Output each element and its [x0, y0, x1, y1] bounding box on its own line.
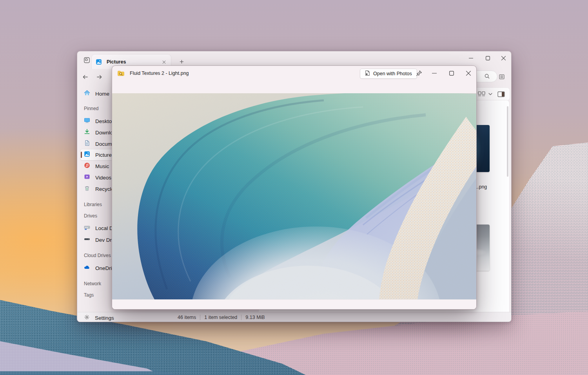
- peek-maximize-button[interactable]: [444, 67, 459, 79]
- preview-pane-toggle-button[interactable]: [496, 89, 506, 99]
- desktop: Pictures: [0, 0, 588, 375]
- selection-accent-pill: [81, 152, 82, 158]
- pin-icon: [416, 70, 422, 77]
- view-options-icon: [477, 91, 494, 98]
- sidebar-item-label: Home: [95, 91, 109, 97]
- search-icon: [484, 73, 490, 81]
- close-icon: [466, 71, 471, 76]
- status-divider: [241, 315, 241, 320]
- preview-pane-icon: [497, 91, 505, 98]
- recycle-bin-icon: [84, 185, 90, 193]
- maximize-icon: [486, 56, 490, 60]
- back-button[interactable]: [80, 71, 91, 82]
- tab-label: Pictures: [107, 59, 126, 65]
- gear-icon: [84, 314, 90, 322]
- sidebar-item-label: Settings: [95, 315, 114, 321]
- sidebar-item-settings[interactable]: Settings: [80, 313, 131, 322]
- explorer-maximize-button[interactable]: [480, 52, 495, 64]
- peek-minimize-button[interactable]: [426, 67, 442, 79]
- videos-icon: [84, 174, 90, 181]
- onedrive-cloud-icon: [84, 264, 90, 272]
- minimize-icon: [469, 56, 473, 60]
- downloads-icon: [84, 129, 90, 136]
- peek-close-button[interactable]: [461, 67, 476, 79]
- open-with-photos-label: Open with Photos: [373, 71, 412, 76]
- sidebar-section-network[interactable]: Network: [84, 281, 101, 286]
- pictures-icon: [84, 151, 90, 159]
- status-item-count: 46 items: [178, 315, 196, 320]
- documents-icon: [84, 140, 90, 148]
- forward-button[interactable]: [94, 71, 105, 82]
- sidebar-section-pinned[interactable]: Pinned: [84, 106, 98, 111]
- status-size: 9.13 MiB: [245, 315, 265, 320]
- peek-pin-button[interactable]: [411, 67, 426, 79]
- pictures-tab-icon: [96, 59, 102, 65]
- file-name-label[interactable]: 1.png: [475, 184, 492, 190]
- peek-preview-window: Fluid Textures 2 - Light.png Open with P…: [112, 65, 477, 310]
- status-divider: [200, 315, 200, 320]
- peek-app-icon: [117, 70, 125, 78]
- minimize-icon: [432, 71, 437, 76]
- tab-close-button[interactable]: [160, 58, 168, 66]
- photos-file-icon: [365, 70, 370, 77]
- image-preview-fluid-textures: [112, 93, 477, 299]
- desktop-icon: [84, 117, 90, 125]
- music-icon: [84, 162, 90, 170]
- sidebar-section-cloud-drives[interactable]: Cloud Drives: [84, 253, 111, 258]
- forward-arrow-icon: [96, 74, 102, 80]
- details-list-icon: [499, 74, 505, 80]
- hard-drive-icon: [84, 224, 90, 232]
- scrollbar-thumb[interactable]: [507, 106, 508, 177]
- status-selection: 1 item selected: [204, 315, 237, 320]
- sidebar-section-libraries[interactable]: Libraries: [84, 202, 102, 207]
- status-bar: 46 items 1 item selected 9.13 MiB: [77, 312, 511, 322]
- details-view-button[interactable]: [497, 72, 507, 82]
- tab-list-icon: [83, 57, 90, 65]
- close-icon: [162, 60, 166, 64]
- close-icon: [501, 56, 506, 60]
- tab-list-button[interactable]: [81, 55, 92, 66]
- sidebar-section-tags[interactable]: Tags: [84, 292, 94, 298]
- explorer-close-button[interactable]: [495, 52, 511, 64]
- plus-icon: [180, 60, 184, 64]
- sidebar-item-label: Music: [95, 163, 109, 169]
- maximize-icon: [449, 71, 454, 76]
- explorer-minimize-button[interactable]: [463, 52, 479, 64]
- sidebar-item-label: Videos: [95, 175, 111, 181]
- sidebar-section-drives[interactable]: Drives: [84, 213, 97, 219]
- dev-drive-icon: [84, 236, 90, 244]
- home-icon: [84, 90, 90, 98]
- peek-window-title: Fluid Textures 2 - Light.png: [130, 71, 189, 76]
- view-options-button[interactable]: [476, 89, 494, 99]
- open-with-photos-button[interactable]: Open with Photos: [360, 69, 417, 79]
- peek-footer-bar: [112, 299, 477, 310]
- back-arrow-icon: [82, 74, 88, 80]
